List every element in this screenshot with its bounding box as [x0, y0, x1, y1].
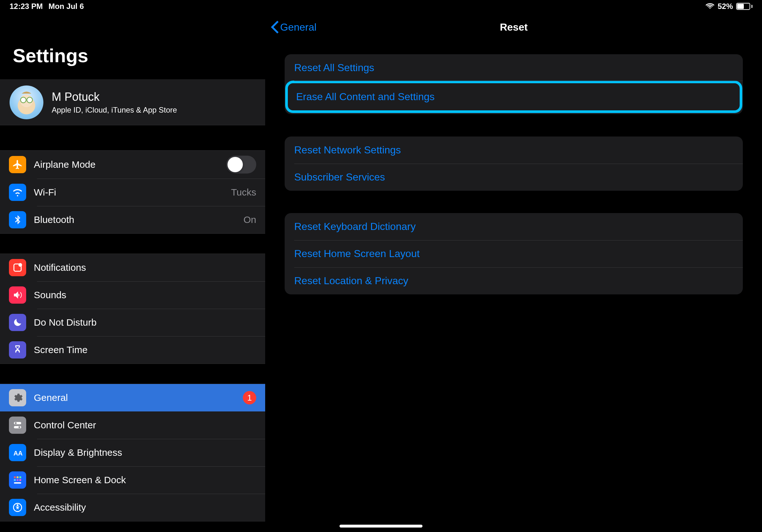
- status-bar: 12:23 PM Mon Jul 6 52%: [0, 0, 762, 13]
- reset-group-misc: Reset Keyboard Dictionary Reset Home Scr…: [285, 213, 743, 295]
- back-label: General: [280, 21, 317, 33]
- moon-icon: [9, 314, 26, 331]
- sidebar-item-notifications[interactable]: Notifications: [0, 254, 265, 281]
- svg-rect-12: [17, 477, 19, 478]
- bluetooth-label: Bluetooth: [34, 214, 236, 225]
- sidebar-item-home-dock[interactable]: Home Screen & Dock: [0, 466, 265, 494]
- reset-network-row[interactable]: Reset Network Settings: [285, 137, 743, 164]
- svg-point-5: [19, 263, 22, 267]
- sidebar-item-display[interactable]: AA Display & Brightness: [0, 439, 265, 466]
- erase-all-row-container: Erase All Content and Settings: [285, 81, 743, 113]
- reset-group-network: Reset Network Settings Subscriber Servic…: [285, 137, 743, 191]
- reset-all-settings-row[interactable]: Reset All Settings: [285, 54, 743, 81]
- display-label: Display & Brightness: [34, 447, 256, 458]
- home-indicator[interactable]: [340, 525, 422, 528]
- svg-point-2: [21, 97, 26, 103]
- general-badge: 1: [243, 391, 256, 404]
- sidebar-item-wifi[interactable]: Wi-Fi Tucks: [0, 179, 265, 206]
- wifi-value: Tucks: [231, 187, 256, 198]
- sounds-icon: [9, 287, 26, 303]
- sidebar-item-control-center[interactable]: Control Center: [0, 412, 265, 439]
- sidebar-item-screentime[interactable]: Screen Time: [0, 336, 265, 364]
- svg-rect-14: [14, 479, 16, 481]
- home-dock-label: Home Screen & Dock: [34, 475, 256, 486]
- airplane-label: Airplane Mode: [34, 159, 219, 170]
- control-center-label: Control Center: [34, 420, 256, 431]
- sidebar-group-connectivity: Airplane Mode Wi-Fi Tucks Bluetooth On: [0, 150, 265, 234]
- page-title: Settings: [0, 13, 265, 79]
- sidebar-item-airplane-mode[interactable]: Airplane Mode: [0, 151, 265, 179]
- screentime-label: Screen Time: [34, 345, 256, 355]
- sidebar-item-general[interactable]: General 1: [0, 384, 265, 412]
- accessibility-icon: [9, 499, 26, 516]
- settings-sidebar: Settings M Potuck Apple ID, iCloud, iTun…: [0, 13, 266, 532]
- grid-icon: [9, 471, 26, 489]
- svg-rect-16: [20, 479, 21, 481]
- sidebar-item-sounds[interactable]: Sounds: [0, 281, 265, 309]
- svg-point-3: [27, 97, 33, 103]
- subscriber-services-row[interactable]: Subscriber Services: [285, 164, 743, 191]
- detail-title: Reset: [500, 21, 527, 33]
- accessibility-label: Accessibility: [34, 502, 256, 513]
- battery-icon: [736, 3, 752, 10]
- svg-point-7: [15, 422, 17, 424]
- battery-percentage: 52%: [718, 2, 733, 11]
- detail-nav-bar: General Reset: [266, 13, 762, 41]
- status-time: 12:23 PM: [10, 2, 43, 11]
- account-name: M Potuck: [52, 90, 177, 104]
- gear-icon: [9, 389, 26, 406]
- svg-point-9: [19, 427, 21, 428]
- wifi-label: Wi-Fi: [34, 187, 223, 198]
- erase-all-content-row[interactable]: Erase All Content and Settings: [285, 81, 742, 113]
- sidebar-group-alerts: Notifications Sounds Do Not Disturb Scre…: [0, 253, 265, 364]
- sidebar-group-system: General 1 Control Center AA Display & Br…: [0, 384, 265, 521]
- wifi-icon: [706, 1, 715, 12]
- svg-rect-13: [20, 477, 21, 478]
- avatar: [10, 86, 43, 119]
- svg-rect-17: [14, 482, 21, 484]
- reset-group-general: Reset All Settings Erase All Content and…: [285, 54, 743, 114]
- airplane-icon: [9, 156, 26, 173]
- svg-text:AA: AA: [13, 450, 23, 457]
- sidebar-item-dnd[interactable]: Do Not Disturb: [0, 309, 265, 336]
- status-date: Mon Jul 6: [48, 2, 84, 11]
- bluetooth-icon: [9, 211, 26, 229]
- svg-rect-11: [14, 477, 16, 478]
- reset-home-layout-row[interactable]: Reset Home Screen Layout: [285, 240, 743, 267]
- notifications-label: Notifications: [34, 262, 256, 273]
- reset-location-row[interactable]: Reset Location & Privacy: [285, 267, 743, 295]
- chevron-left-icon: [270, 21, 279, 33]
- hourglass-icon: [9, 341, 26, 359]
- reset-keyboard-row[interactable]: Reset Keyboard Dictionary: [285, 213, 743, 240]
- dnd-label: Do Not Disturb: [34, 317, 256, 328]
- wifi-settings-icon: [9, 184, 26, 201]
- bluetooth-value: On: [244, 214, 256, 225]
- notifications-icon: [9, 259, 26, 276]
- sidebar-item-bluetooth[interactable]: Bluetooth On: [0, 206, 265, 233]
- reset-detail-pane: General Reset Reset All Settings Erase A…: [266, 13, 762, 532]
- toggles-icon: [9, 417, 26, 434]
- display-icon: AA: [9, 444, 26, 461]
- general-label: General: [34, 392, 235, 403]
- sidebar-item-accessibility[interactable]: Accessibility: [0, 494, 265, 521]
- svg-rect-15: [17, 479, 19, 481]
- airplane-toggle[interactable]: [226, 156, 256, 173]
- sounds-label: Sounds: [34, 290, 256, 300]
- svg-point-19: [17, 504, 19, 506]
- back-button[interactable]: General: [266, 21, 317, 33]
- apple-id-row[interactable]: M Potuck Apple ID, iCloud, iTunes & App …: [0, 79, 265, 125]
- account-subtitle: Apple ID, iCloud, iTunes & App Store: [52, 105, 177, 114]
